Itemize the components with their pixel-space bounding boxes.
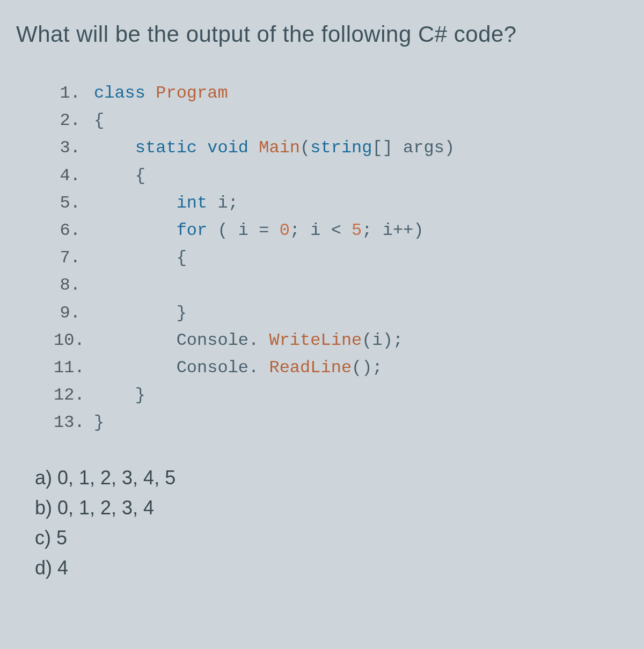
answer-options: a) 0, 1, 2, 3, 4, 5b) 0, 1, 2, 3, 4c) 5d… bbox=[35, 463, 628, 582]
line-content: Console. ReadLine(); bbox=[94, 354, 383, 381]
line-content: } bbox=[94, 409, 104, 436]
line-number: 4. bbox=[54, 162, 94, 189]
code-line: 11. Console. ReadLine(); bbox=[54, 354, 628, 381]
line-content: } bbox=[94, 299, 187, 327]
line-content: } bbox=[94, 381, 145, 409]
code-line: 1.class Program bbox=[54, 79, 628, 107]
question-text: What will be the output of the following… bbox=[16, 21, 628, 47]
line-number: 3. bbox=[54, 134, 94, 161]
line-number: 2. bbox=[54, 107, 94, 134]
line-number: 13. bbox=[54, 409, 94, 436]
line-content: class Program bbox=[94, 79, 228, 107]
code-line: 7. { bbox=[54, 244, 628, 271]
code-line: 5. int i; bbox=[54, 189, 628, 217]
line-content: Console. WriteLine(i); bbox=[94, 327, 403, 354]
code-block: 1.class Program2.{3. static void Main(st… bbox=[54, 79, 628, 436]
line-number: 1. bbox=[54, 79, 94, 107]
line-number: 12. bbox=[54, 381, 94, 409]
code-line: 9. } bbox=[54, 299, 628, 327]
line-content: int i; bbox=[94, 189, 238, 217]
line-number: 7. bbox=[54, 244, 94, 271]
code-line: 3. static void Main(string[] args) bbox=[54, 134, 628, 161]
line-number: 8. bbox=[54, 271, 94, 299]
answer-option: c) 5 bbox=[35, 523, 628, 553]
line-content: static void Main(string[] args) bbox=[94, 134, 455, 161]
line-content: { bbox=[94, 107, 104, 134]
code-line: 6. for ( i = 0; i < 5; i++) bbox=[54, 217, 628, 244]
line-number: 5. bbox=[54, 189, 94, 217]
code-line: 12. } bbox=[54, 381, 628, 409]
code-line: 10. Console. WriteLine(i); bbox=[54, 327, 628, 354]
answer-option: b) 0, 1, 2, 3, 4 bbox=[35, 493, 628, 523]
line-number: 9. bbox=[54, 299, 94, 327]
code-line: 2.{ bbox=[54, 107, 628, 134]
line-content: { bbox=[94, 162, 145, 189]
code-line: 4. { bbox=[54, 162, 628, 189]
code-line: 13.} bbox=[54, 409, 628, 436]
answer-option: d) 4 bbox=[35, 553, 628, 583]
line-content: for ( i = 0; i < 5; i++) bbox=[94, 217, 424, 244]
line-number: 6. bbox=[54, 217, 94, 244]
code-line: 8. bbox=[54, 271, 628, 299]
answer-option: a) 0, 1, 2, 3, 4, 5 bbox=[35, 463, 628, 493]
line-number: 10. bbox=[54, 327, 94, 354]
line-number: 11. bbox=[54, 354, 94, 381]
line-content: { bbox=[94, 244, 187, 271]
